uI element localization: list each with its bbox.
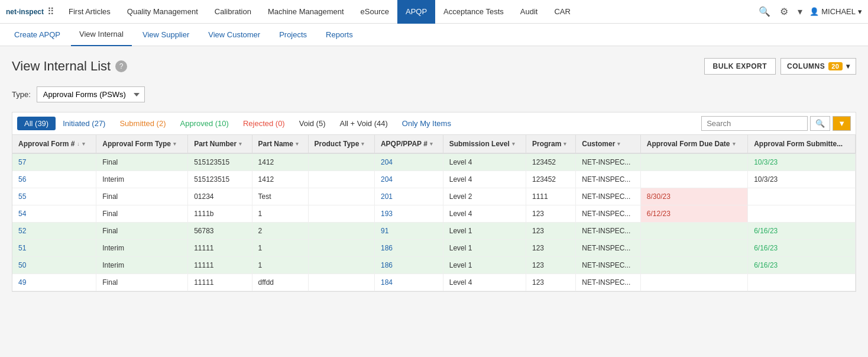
- table-row: 52Final56783291Level 1123NET-INSPEC...6/…: [12, 223, 856, 240]
- cell-submitted-date: 6/16/23: [748, 257, 856, 274]
- filter-toggle-button[interactable]: ▼: [833, 116, 851, 131]
- cell-id[interactable]: 55: [12, 188, 96, 205]
- nav-item-calibration[interactable]: Calibration: [206, 0, 260, 24]
- sub-nav-item-projects[interactable]: Projects: [271, 24, 315, 46]
- cell-customer: NET-INSPEC...: [576, 153, 640, 171]
- cell-id[interactable]: 52: [12, 223, 96, 240]
- logo-dots[interactable]: ⠿: [47, 6, 54, 17]
- sub-nav-item-view-internal[interactable]: View Internal: [71, 24, 132, 46]
- col-approval-form-[interactable]: Approval Form #↓▾: [12, 135, 96, 153]
- filter-tab-initiated[interactable]: Initiated (27): [56, 117, 112, 130]
- cell-id[interactable]: 51: [12, 240, 96, 257]
- col-product-type[interactable]: Product Type▾: [308, 135, 374, 153]
- table-row: 55Final01234Test201Level 21111NET-INSPEC…: [12, 188, 856, 205]
- col-apqp-ppap-[interactable]: APQP/PPAP #▾: [374, 135, 443, 153]
- cell-apqp[interactable]: 184: [374, 274, 443, 291]
- nav-item-machine-management[interactable]: Machine Management: [260, 0, 352, 24]
- table-row: 54Final1111b1193Level 4123NET-INSPEC...6…: [12, 205, 856, 223]
- col-customer[interactable]: Customer▾: [576, 135, 640, 153]
- cell-program: 123: [526, 257, 576, 274]
- columns-button[interactable]: COLUMNS 20 ▾: [780, 58, 856, 75]
- col-part-number[interactable]: Part Number▾: [188, 135, 252, 153]
- page-title-area: View Internal List ?: [12, 59, 127, 74]
- cell-id[interactable]: 57: [12, 153, 96, 171]
- cell-submitted-date: 6/16/23: [748, 240, 856, 257]
- cell-part-number: 01234: [188, 188, 252, 205]
- sort-icon[interactable]: ↓: [77, 141, 80, 147]
- sub-nav-item-reports[interactable]: Reports: [318, 24, 361, 46]
- filter-icon[interactable]: ▾: [512, 141, 515, 147]
- col-program[interactable]: Program▾: [526, 135, 576, 153]
- table-row: 50Interim111111186Level 1123NET-INSPEC..…: [12, 257, 856, 274]
- cell-product-type: [308, 223, 374, 240]
- filter-icon[interactable]: ▾: [430, 141, 433, 147]
- filter-icon[interactable]: ▾: [173, 141, 176, 147]
- nav-item-first-articles[interactable]: First Articles: [60, 0, 119, 24]
- cell-apqp[interactable]: 186: [374, 240, 443, 257]
- nav-item-quality-management[interactable]: Quality Management: [119, 0, 206, 24]
- filter-icon[interactable]: ▾: [361, 141, 364, 147]
- filter-tab-approved[interactable]: Approved (10): [173, 117, 236, 130]
- cell-id[interactable]: 49: [12, 274, 96, 291]
- sub-nav-item-create-apqp[interactable]: Create APQP: [6, 24, 69, 46]
- settings-icon-btn[interactable]: ⚙: [778, 4, 791, 20]
- cell-program: 123452: [526, 171, 576, 188]
- top-nav: net-inspect ⠿ First ArticlesQuality Mana…: [0, 0, 868, 24]
- col-submission-level[interactable]: Submission Level▾: [443, 135, 526, 153]
- filter-icon[interactable]: ▾: [239, 141, 242, 147]
- cell-apqp[interactable]: 204: [374, 153, 443, 171]
- cell-apqp[interactable]: 204: [374, 171, 443, 188]
- search-input[interactable]: [701, 116, 808, 131]
- help-icon[interactable]: ?: [115, 60, 127, 72]
- col-approval-form-type[interactable]: Approval Form Type▾: [96, 135, 188, 153]
- col-approval-form-due-date[interactable]: Approval Form Due Date▾: [640, 135, 747, 153]
- cell-due-date: 8/30/23: [640, 188, 747, 205]
- filter-tab-myitems[interactable]: Only My Items: [395, 117, 458, 130]
- filter-icon[interactable]: ▾: [617, 141, 620, 147]
- nav-item-audit[interactable]: Audit: [512, 0, 546, 24]
- filter-tab-submitted[interactable]: Submitted (2): [112, 117, 173, 130]
- cell-id[interactable]: 56: [12, 171, 96, 188]
- search-button[interactable]: 🔍: [810, 116, 830, 131]
- cell-submission: Level 4: [443, 205, 526, 223]
- type-select[interactable]: Approval Forms (PSWs): [37, 86, 145, 102]
- nav-item-car[interactable]: CAR: [546, 0, 578, 24]
- cell-product-type: [308, 257, 374, 274]
- cell-part-number: 56783: [188, 223, 252, 240]
- filter-tab-rejected[interactable]: Rejected (0): [236, 117, 292, 130]
- type-label: Type:: [12, 90, 31, 99]
- nav-item-apqp[interactable]: APQP: [397, 0, 435, 24]
- cell-id[interactable]: 50: [12, 257, 96, 274]
- sub-nav-item-view-customer[interactable]: View Customer: [200, 24, 268, 46]
- sub-nav-item-view-supplier[interactable]: View Supplier: [134, 24, 197, 46]
- col-part-name[interactable]: Part Name▾: [252, 135, 308, 153]
- cell-customer: NET-INSPEC...: [576, 171, 640, 188]
- cell-id[interactable]: 54: [12, 205, 96, 223]
- filter-tab-allvoid[interactable]: All + Void (44): [333, 117, 395, 130]
- filter-tab-all[interactable]: All (39): [17, 117, 56, 130]
- cell-type: Final: [96, 153, 188, 171]
- search-icon-btn[interactable]: 🔍: [756, 4, 773, 20]
- nav-item-esource[interactable]: eSource: [352, 0, 397, 24]
- filter-icon[interactable]: ▾: [82, 141, 85, 147]
- cell-program: 123: [526, 240, 576, 257]
- filter-icon[interactable]: ▾: [296, 141, 299, 147]
- col-approval-form-submitte-[interactable]: Approval Form Submitte...: [748, 135, 856, 153]
- table-wrapper: Approval Form #↓▾Approval Form Type▾Part…: [12, 134, 856, 292]
- cell-program: 123: [526, 223, 576, 240]
- filter-icon[interactable]: ▾: [563, 141, 566, 147]
- columns-label: COLUMNS: [787, 62, 825, 70]
- cell-apqp[interactable]: 193: [374, 205, 443, 223]
- bulk-export-button[interactable]: BULK EXPORT: [704, 58, 776, 75]
- user-menu[interactable]: 👤 MICHAEL ▾: [809, 7, 862, 16]
- cell-apqp[interactable]: 91: [374, 223, 443, 240]
- cell-product-type: [308, 205, 374, 223]
- filter-icon[interactable]: ▾: [733, 141, 736, 147]
- cell-type: Final: [96, 274, 188, 291]
- filter-tab-void[interactable]: Void (5): [292, 117, 333, 130]
- sub-nav: Create APQPView InternalView SupplierVie…: [0, 24, 868, 46]
- cell-apqp[interactable]: 186: [374, 257, 443, 274]
- cell-apqp[interactable]: 201: [374, 188, 443, 205]
- nav-item-acceptance-tests[interactable]: Acceptance Tests: [435, 0, 512, 24]
- cell-submission: Level 1: [443, 257, 526, 274]
